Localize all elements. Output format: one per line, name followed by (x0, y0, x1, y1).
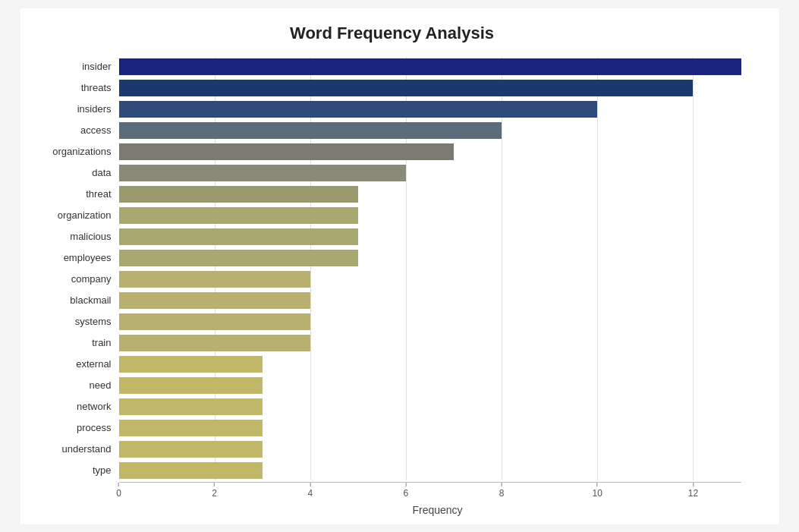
x-tick: 8 (499, 483, 505, 499)
bar (119, 292, 310, 309)
bar-label: type (28, 464, 119, 476)
bar-row: organizations (119, 142, 741, 162)
bar-label: threats (28, 82, 119, 93)
bar-row: threats (119, 78, 741, 98)
bar (119, 207, 358, 224)
bar-label: blackmail (28, 294, 119, 306)
bar (119, 313, 310, 330)
bar-label: threat (28, 188, 119, 200)
bar-label: employees (28, 252, 119, 263)
bar (119, 377, 263, 394)
chart-container: Word Frequency Analysis insiderthreatsin… (20, 8, 779, 524)
bar-row: insiders (119, 99, 741, 119)
bar (119, 165, 406, 181)
x-tick-label: 4 (307, 488, 313, 499)
bar-label: data (28, 167, 119, 178)
x-axis: 024681012 (119, 482, 741, 501)
bar (119, 58, 741, 75)
bar-row: company (119, 269, 741, 289)
bar-row: malicious (119, 227, 741, 247)
x-tick-label: 2 (212, 488, 217, 499)
x-tick: 0 (116, 483, 121, 499)
x-tick: 10 (593, 483, 602, 499)
x-tick-label: 0 (116, 488, 121, 499)
chart-title: Word Frequency Analysis (28, 24, 757, 43)
bar-label: process (28, 422, 119, 433)
x-tick: 4 (307, 483, 313, 499)
bar (119, 335, 310, 351)
bar-label: company (28, 273, 119, 285)
bar-label: insiders (28, 103, 119, 115)
x-tick-label: 10 (593, 488, 602, 499)
bar-label: malicious (28, 231, 119, 242)
bar (119, 420, 263, 436)
bar (119, 271, 310, 288)
x-tick: 2 (212, 483, 217, 499)
bar-row: type (119, 461, 741, 480)
bar-label: insider (28, 61, 119, 72)
bar (119, 441, 263, 458)
bar-label: external (28, 358, 119, 370)
x-axis-label: Frequency (119, 504, 757, 516)
bar-row: need (119, 376, 741, 395)
x-tick: 6 (404, 483, 409, 499)
bar-row: network (119, 397, 741, 417)
bar-row: systems (119, 312, 741, 332)
bar-label: organizations (28, 146, 119, 157)
bar-row: data (119, 163, 741, 183)
bar-row: employees (119, 248, 741, 268)
x-tick: 12 (688, 483, 698, 499)
bar-row: blackmail (119, 291, 741, 310)
bar (119, 143, 455, 160)
bar-row: process (119, 418, 741, 438)
bar-label: understand (28, 443, 119, 455)
bar (119, 122, 502, 139)
bar-label: network (28, 401, 119, 412)
bar-label: need (28, 379, 119, 391)
bar-label: organization (28, 209, 119, 221)
bar-label: access (28, 124, 119, 136)
bar-row: external (119, 354, 741, 374)
bar-row: insider (119, 57, 741, 77)
x-tick-label: 6 (404, 488, 409, 499)
bar-label: train (28, 337, 119, 348)
bar (119, 80, 694, 96)
bar-label: systems (28, 316, 119, 327)
bar (119, 186, 358, 203)
x-tick-label: 12 (688, 488, 698, 499)
bar (119, 356, 263, 373)
bar-row: access (119, 121, 741, 140)
bar-row: organization (119, 206, 741, 225)
bar (119, 462, 263, 479)
x-tick-label: 8 (499, 488, 505, 499)
bar (119, 398, 263, 415)
bar-row: understand (119, 439, 741, 459)
bar (119, 228, 358, 245)
bar-row: train (119, 333, 741, 353)
bar (119, 101, 598, 118)
bars-area: insiderthreatsinsidersaccessorganization… (119, 57, 741, 480)
bar (119, 250, 358, 266)
bar-row: threat (119, 184, 741, 204)
